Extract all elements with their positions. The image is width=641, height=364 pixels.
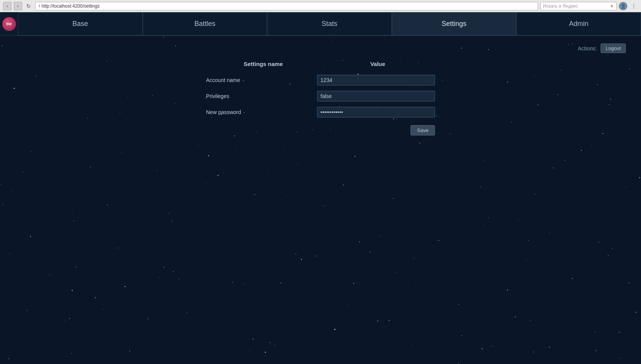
nav-tab-base[interactable]: Base — [18, 12, 143, 35]
yandex-search-placeholder: Искать в Яндекс — [543, 3, 578, 9]
actions-row: Actions: Logout — [15, 43, 626, 53]
nav-tab-stats[interactable]: Stats — [267, 12, 392, 35]
nav-tab-admin[interactable]: Admin — [516, 12, 641, 35]
browser-user-icon[interactable]: 👤 — [619, 2, 627, 10]
browser-search-bar[interactable]: Искать в Яндекс ▼ — [540, 2, 617, 10]
settings-row-new-password: New password · — [206, 107, 435, 118]
browser-refresh-button[interactable]: ↻ — [24, 2, 33, 10]
nav-tab-battles[interactable]: Battles — [143, 12, 267, 35]
logo-text: me — [6, 22, 11, 26]
account-name-label: Account name · — [206, 77, 317, 84]
nav-tab-stats-label: Stats — [322, 20, 337, 28]
browser-chrome: ‹ › ↻ ℹ http://localhost:4200/settings И… — [0, 0, 641, 12]
save-button-row: Save — [206, 125, 435, 135]
nav-tab-base-label: Base — [72, 20, 88, 28]
main-content: Actions: Logout Settings name Value Acco… — [0, 36, 641, 143]
privileges-input[interactable] — [317, 91, 435, 101]
settings-table: Settings name Value Account name · Privi… — [206, 61, 435, 135]
new-password-required-dot: · — [243, 109, 245, 116]
nav-tab-battles-label: Battles — [194, 20, 215, 28]
app-wrapper: me Base Battles Stats Settings Admin Act… — [0, 12, 641, 143]
settings-column-name: Settings name — [206, 61, 320, 67]
logout-button[interactable]: Logout — [601, 43, 626, 53]
logo-area: me — [0, 12, 18, 35]
browser-back-button[interactable]: ‹ — [3, 2, 11, 10]
app-logo: me — [2, 17, 16, 31]
settings-row-account-name: Account name · — [206, 75, 435, 85]
lock-icon: ℹ — [39, 4, 40, 8]
privileges-label: Privileges — [206, 93, 317, 99]
nav-tab-settings[interactable]: Settings — [392, 12, 517, 35]
browser-url-bar[interactable]: ℹ http://localhost:4200/settings — [35, 2, 538, 10]
settings-row-privileges: Privileges — [206, 91, 435, 101]
nav-tab-admin-label: Admin — [569, 20, 588, 28]
nav-bar: me Base Battles Stats Settings Admin — [0, 12, 641, 36]
nav-tab-settings-label: Settings — [442, 20, 467, 28]
settings-column-value: Value — [320, 61, 435, 67]
new-password-input[interactable] — [317, 107, 435, 118]
browser-url-text: http://localhost:4200/settings — [42, 3, 100, 9]
account-name-input[interactable] — [317, 75, 435, 85]
actions-label: Actions: — [578, 45, 597, 52]
account-name-required-dot: · — [243, 77, 245, 84]
browser-menu-icon[interactable]: ⋮ — [630, 3, 638, 9]
save-button[interactable]: Save — [411, 125, 435, 135]
new-password-label: New password · — [206, 109, 317, 116]
settings-header-row: Settings name Value — [206, 61, 435, 70]
browser-toolbar: ‹ › ↻ ℹ http://localhost:4200/settings И… — [0, 0, 641, 12]
browser-forward-button[interactable]: › — [14, 2, 22, 10]
search-dropdown-icon: ▼ — [610, 4, 614, 8]
